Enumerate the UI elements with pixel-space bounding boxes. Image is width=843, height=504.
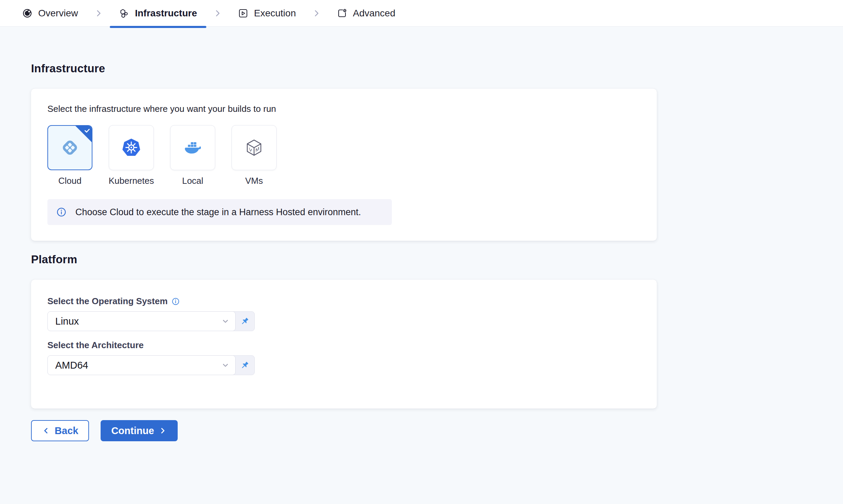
tab-advanced[interactable]: Advanced (328, 0, 405, 26)
tab-infrastructure-label: Infrastructure (135, 8, 197, 19)
pin-icon (240, 360, 250, 370)
os-field-label: Select the Operating System (47, 296, 640, 307)
info-circle-icon (56, 207, 66, 217)
infrastructure-icon (119, 8, 129, 18)
tab-execution[interactable]: Execution (229, 0, 305, 26)
infrastructure-card: Select the infrastructure where you want… (31, 89, 657, 241)
overview-icon (22, 8, 32, 18)
cloud-info-banner: Choose Cloud to execute the stage in a H… (47, 199, 392, 225)
option-cloud: Cloud (47, 125, 92, 186)
os-select-row: Linux (47, 311, 640, 331)
back-button-label: Back (55, 425, 78, 436)
tab-overview[interactable]: Overview (13, 0, 87, 26)
os-field-label-text: Select the Operating System (47, 296, 168, 307)
infrastructure-section-title: Infrastructure (31, 27, 843, 75)
vms-tile-label: VMs (245, 176, 263, 186)
info-circle-icon[interactable] (172, 297, 180, 306)
stage-config-content: Infrastructure Select the infrastructure… (0, 27, 843, 441)
cloud-tile[interactable] (47, 125, 92, 170)
platform-card: Select the Operating System Linux (31, 280, 657, 409)
option-kubernetes: Kubernetes (109, 125, 154, 186)
docker-icon (182, 139, 203, 156)
continue-button-label: Continue (111, 425, 154, 436)
os-select[interactable]: Linux (47, 311, 236, 331)
vms-tile[interactable]: V M (232, 125, 277, 170)
kubernetes-icon (121, 138, 141, 158)
tab-infrastructure[interactable]: Infrastructure (110, 0, 206, 26)
chevron-right-icon (213, 9, 222, 18)
chevron-right-icon (158, 426, 167, 435)
tab-execution-label: Execution (254, 8, 296, 19)
platform-section-title: Platform (31, 253, 843, 266)
cloud-info-text: Choose Cloud to execute the stage in a H… (75, 207, 361, 218)
vm-cube-icon: V M (244, 138, 264, 158)
chevron-down-icon (221, 317, 230, 326)
harness-cloud-icon (59, 137, 81, 159)
arch-select-value: AMD64 (55, 360, 88, 371)
cloud-tile-label: Cloud (58, 176, 82, 186)
infrastructure-options: Cloud Kubernetes (47, 125, 640, 186)
kubernetes-tile-label: Kubernetes (109, 176, 154, 186)
wizard-actions: Back Continue (31, 420, 843, 441)
execution-icon (238, 8, 248, 18)
local-tile-label: Local (182, 176, 203, 186)
back-button[interactable]: Back (31, 420, 89, 441)
pin-icon (240, 316, 250, 326)
os-select-value: Linux (55, 316, 79, 327)
stage-config-page: Overview Infrastructure (0, 0, 843, 504)
chevron-down-icon (221, 361, 230, 370)
advanced-icon (337, 8, 347, 18)
infrastructure-prompt: Select the infrastructure where you want… (47, 104, 640, 114)
stage-tab-bar: Overview Infrastructure (0, 0, 843, 27)
tab-overview-label: Overview (38, 8, 78, 19)
chevron-right-icon (312, 9, 321, 18)
local-tile[interactable] (170, 125, 215, 170)
kubernetes-tile[interactable] (109, 125, 154, 170)
continue-button[interactable]: Continue (101, 420, 178, 441)
active-tab-underline (110, 26, 206, 28)
arch-field-label: Select the Architecture (47, 340, 640, 351)
arch-field-label-text: Select the Architecture (47, 340, 144, 351)
arch-select[interactable]: AMD64 (47, 355, 236, 375)
arch-select-row: AMD64 (47, 355, 640, 375)
tab-advanced-label: Advanced (353, 8, 396, 19)
chevron-left-icon (42, 426, 50, 435)
option-local: Local (170, 125, 215, 186)
option-vms: V M VMs (232, 125, 277, 186)
chevron-right-icon (94, 9, 103, 18)
